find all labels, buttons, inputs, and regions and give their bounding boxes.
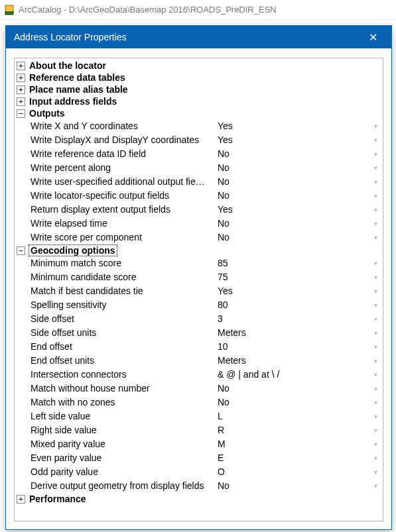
chevron-down-icon[interactable]: ▾ [369, 451, 381, 465]
group-performance[interactable]: + Performance [15, 493, 383, 505]
property-value[interactable]: L [216, 409, 369, 423]
group-input-address[interactable]: + Input address fields [15, 95, 383, 107]
property-value[interactable]: 85 [216, 256, 369, 270]
property-row[interactable]: Odd parity valueO▾ [15, 465, 383, 479]
property-grid[interactable]: + About the locator + Reference data tab… [14, 58, 383, 521]
property-row[interactable]: Write locator-specific output fieldsNo▾ [15, 189, 383, 203]
chevron-down-icon[interactable]: ▾ [369, 284, 381, 298]
group-geocoding-options[interactable]: − Geocoding options [15, 244, 383, 256]
chevron-down-icon[interactable]: ▾ [369, 382, 381, 396]
chevron-down-icon[interactable]: ▾ [369, 298, 381, 312]
property-row[interactable]: Write user-specified additional output f… [15, 175, 383, 189]
property-value[interactable]: No [216, 147, 369, 161]
property-row[interactable]: Match with no zonesNo▾ [15, 396, 383, 409]
chevron-down-icon[interactable]: ▾ [369, 326, 381, 340]
property-name: Match without house number [29, 382, 216, 396]
property-row[interactable]: Match without house numberNo▾ [15, 382, 383, 396]
property-row[interactable]: Side offset unitsMeters▾ [15, 326, 383, 340]
expand-icon[interactable]: + [17, 62, 25, 70]
chevron-down-icon[interactable]: ▾ [369, 270, 381, 284]
chevron-down-icon[interactable]: ▾ [369, 340, 381, 354]
chevron-down-icon[interactable]: ▾ [369, 479, 381, 493]
chevron-down-icon[interactable]: ▾ [369, 119, 381, 133]
chevron-down-icon[interactable]: ▾ [369, 368, 381, 382]
property-value[interactable]: M [216, 437, 369, 451]
expand-icon[interactable]: + [17, 85, 25, 94]
property-value[interactable]: E [216, 451, 369, 465]
property-value[interactable]: Yes [216, 203, 369, 217]
property-value[interactable]: O [216, 465, 369, 479]
property-value[interactable]: Yes [216, 284, 369, 298]
chevron-down-icon[interactable]: ▾ [369, 423, 381, 437]
dialog-titlebar[interactable]: Address Locator Properties ✕ [6, 26, 391, 48]
collapse-icon[interactable]: − [17, 109, 25, 118]
chevron-down-icon[interactable]: ▾ [369, 217, 381, 231]
chevron-down-icon[interactable]: ▾ [369, 409, 381, 423]
property-row[interactable]: End offset unitsMeters▾ [15, 354, 383, 368]
property-row[interactable]: Write score per componentNo▾ [15, 231, 383, 244]
chevron-down-icon[interactable]: ▾ [369, 465, 381, 479]
chevron-down-icon[interactable]: ▾ [369, 256, 381, 270]
group-place-name[interactable]: + Place name alias table [15, 83, 383, 95]
property-value[interactable]: No [216, 396, 369, 409]
group-label: About the locator [29, 60, 106, 71]
property-value[interactable]: No [216, 382, 369, 396]
chevron-down-icon[interactable]: ▾ [369, 175, 381, 189]
expand-icon[interactable]: + [17, 74, 25, 82]
property-value[interactable]: 75 [216, 270, 369, 284]
property-row[interactable]: Write reference data ID fieldNo▾ [15, 147, 383, 161]
property-row[interactable]: Write percent alongNo▾ [15, 161, 383, 175]
property-value[interactable]: No [216, 175, 369, 189]
expand-icon[interactable]: + [17, 495, 25, 504]
property-row[interactable]: Write X and Y coordinatesYes▾ [15, 119, 383, 133]
expand-icon[interactable]: + [17, 97, 25, 106]
chevron-down-icon[interactable]: ▾ [369, 437, 381, 451]
property-row[interactable]: Minimum candidate score75▾ [15, 270, 383, 284]
chevron-down-icon[interactable]: ▾ [369, 396, 381, 409]
property-value[interactable]: 80 [216, 298, 369, 312]
property-row[interactable]: Derive output geometry from display fiel… [15, 479, 383, 493]
collapse-icon[interactable]: − [17, 246, 25, 255]
property-row[interactable]: Write DisplayX and DisplayY coordinatesY… [15, 133, 383, 147]
property-value[interactable]: No [216, 189, 369, 203]
group-about[interactable]: + About the locator [15, 60, 383, 72]
property-row[interactable]: Side offset3▾ [15, 312, 383, 326]
chevron-down-icon[interactable]: ▾ [369, 312, 381, 326]
property-row[interactable]: Write elapsed timeNo▾ [15, 217, 383, 231]
property-row[interactable]: Even parity valueE▾ [15, 451, 383, 465]
property-row[interactable]: End offset10▾ [15, 340, 383, 354]
group-outputs[interactable]: − Outputs [15, 107, 383, 119]
property-value[interactable]: No [216, 217, 369, 231]
chevron-down-icon[interactable]: ▾ [369, 161, 381, 175]
chevron-down-icon[interactable]: ▾ [369, 354, 381, 368]
property-value[interactable]: R [216, 423, 369, 437]
property-value[interactable]: Meters [216, 326, 369, 340]
property-row[interactable]: Right side valueR▾ [15, 423, 383, 437]
chevron-down-icon[interactable]: ▾ [369, 231, 381, 244]
property-row[interactable]: Match if best candidates tieYes▾ [15, 284, 383, 298]
chevron-down-icon[interactable]: ▾ [369, 147, 381, 161]
group-label: Performance [29, 494, 86, 504]
property-row[interactable]: Minimum match score85▾ [15, 256, 383, 270]
chevron-down-icon[interactable]: ▾ [369, 189, 381, 203]
close-button[interactable]: ✕ [360, 28, 386, 46]
property-value[interactable]: No [216, 479, 369, 493]
group-reference-data[interactable]: + Reference data tables [15, 72, 383, 83]
property-name: Return display extent output fields [29, 203, 216, 217]
property-row[interactable]: Spelling sensitivity80▾ [15, 298, 383, 312]
property-value[interactable]: No [216, 161, 369, 175]
property-row[interactable]: Intersection connectors& @ | and at \ /▾ [15, 368, 383, 382]
chevron-down-icon[interactable]: ▾ [369, 203, 381, 217]
property-value[interactable]: Meters [216, 354, 369, 368]
property-row[interactable]: Return display extent output fieldsYes▾ [15, 203, 383, 217]
property-value[interactable]: Yes [216, 119, 369, 133]
property-value[interactable]: 10 [216, 340, 369, 354]
property-value[interactable]: 3 [216, 312, 369, 326]
chevron-down-icon[interactable]: ▾ [369, 133, 381, 147]
property-value[interactable]: Yes [216, 133, 369, 147]
property-value[interactable]: & @ | and at \ / [216, 368, 369, 382]
property-row[interactable]: Mixed parity valueM▾ [15, 437, 383, 451]
svg-rect-1 [5, 12, 13, 15]
property-row[interactable]: Left side valueL▾ [15, 409, 383, 423]
property-value[interactable]: No [216, 231, 369, 244]
